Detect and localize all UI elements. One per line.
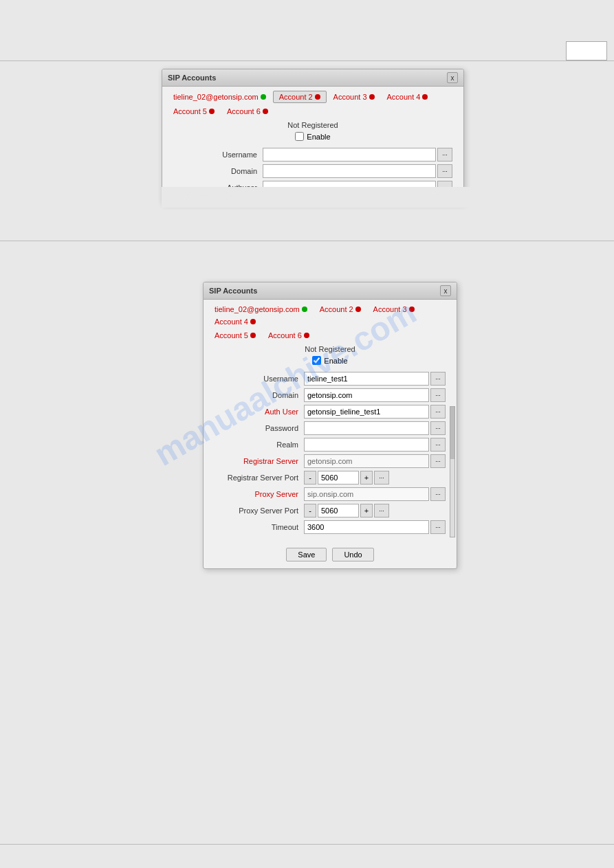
dialog2-realm-label: Realm bbox=[215, 441, 304, 449]
dialog1-domain-input[interactable] bbox=[263, 164, 436, 178]
dialog2-domain-row: Domain ··· bbox=[215, 388, 446, 402]
dialog1: SIP Accounts x tieline_02@getonsip.com A… bbox=[162, 69, 464, 203]
dialog2-registrar-port-minus[interactable]: - bbox=[304, 471, 316, 485]
dialog2-username-input[interactable] bbox=[304, 372, 429, 386]
dialog2-proxy-server-browse[interactable]: ··· bbox=[430, 487, 446, 501]
dialog2-realm-input[interactable] bbox=[304, 438, 429, 452]
dialog2-tab-account2[interactable]: Account 2 bbox=[314, 304, 366, 315]
dialog2-timeout-row: Timeout ··· bbox=[215, 520, 446, 534]
dialog2-registrar-port-row: Registrar Server Port - + ··· bbox=[215, 471, 446, 485]
dialog2-registrar-port-controls: - + bbox=[304, 471, 373, 485]
dialog2-realm-row: Realm ··· bbox=[215, 438, 446, 452]
dialog1-tab-account4-label: Account 4 bbox=[387, 93, 421, 101]
dialog1-tab-account5[interactable]: Account 5 bbox=[168, 106, 220, 117]
dialog2-password-label: Password bbox=[215, 424, 304, 432]
dialog1-tab-account6[interactable]: Account 6 bbox=[221, 106, 274, 117]
dialog2-tab-account3[interactable]: Account 3 bbox=[368, 304, 420, 315]
dialog2-authuser-input[interactable] bbox=[304, 405, 429, 419]
dialog2-tab-account2-dot bbox=[355, 307, 361, 312]
dialog2-username-browse[interactable]: ··· bbox=[430, 372, 446, 386]
dialog2-domain-input[interactable] bbox=[304, 388, 429, 402]
dialog2-password-browse[interactable]: ··· bbox=[430, 421, 446, 435]
dialog1-titlebar: SIP Accounts x bbox=[162, 69, 463, 87]
dialog1-tab-tieline-label: tieline_02@getonsip.com bbox=[173, 93, 259, 101]
dialog2-enable-checkbox[interactable] bbox=[312, 356, 321, 365]
dialog2-registrar-port-browse[interactable]: ··· bbox=[374, 471, 389, 485]
dialog1-title: SIP Accounts bbox=[168, 74, 216, 82]
dialog2-proxy-port-label: Proxy Server Port bbox=[215, 507, 304, 515]
dialog1-tab-account3-dot bbox=[369, 94, 375, 100]
dialog2-tab-account4-label: Account 4 bbox=[215, 318, 248, 326]
dialog1-tab-account5-dot bbox=[209, 109, 215, 114]
dialog2-tab-account4[interactable]: Account 4 bbox=[209, 316, 261, 327]
dialog2-tab-account4-dot bbox=[250, 319, 256, 324]
dialog2-authuser-row: Auth User ··· bbox=[215, 405, 446, 419]
dialog2-tab-tieline[interactable]: tieline_02@getonsip.com bbox=[209, 304, 313, 315]
dialog1-username-browse[interactable]: ··· bbox=[437, 148, 452, 162]
dialog1-status-text: Not Registered bbox=[287, 121, 338, 129]
dialog2-tab-account5-label: Account 5 bbox=[215, 331, 248, 340]
dialog2-tab-account3-label: Account 3 bbox=[373, 305, 407, 313]
dialog1-tab-account6-label: Account 6 bbox=[227, 107, 261, 115]
dialog1-tab-account2-label: Account 2 bbox=[279, 93, 313, 101]
dialog1-username-input[interactable] bbox=[263, 148, 436, 162]
dialog2-scrollbar[interactable] bbox=[450, 406, 455, 537]
dialog2-registrar-server-browse[interactable]: ··· bbox=[430, 454, 446, 468]
dialog1-enable-checkbox[interactable] bbox=[295, 132, 304, 141]
dialog2-form: Username ··· Domain ··· Auth User ··· Pa… bbox=[204, 369, 457, 542]
dialog2-proxy-server-input[interactable] bbox=[304, 487, 429, 501]
dialog2-registrar-server-label: Registrar Server bbox=[215, 457, 304, 465]
dialog2-tab-account5[interactable]: Account 5 bbox=[209, 330, 261, 341]
dialog2-timeout-input[interactable] bbox=[304, 520, 429, 534]
bottom-divider bbox=[0, 844, 614, 845]
dialog2-tab-tieline-dot bbox=[302, 307, 307, 312]
dialog2-proxy-port-plus[interactable]: + bbox=[360, 504, 373, 518]
dialog1-domain-label: Domain bbox=[173, 167, 263, 175]
dialog1-domain-row: Domain ··· bbox=[173, 164, 452, 178]
dialog1-tab-account3-label: Account 3 bbox=[333, 93, 367, 101]
dialog2-tab-tieline-label: tieline_02@getonsip.com bbox=[215, 305, 300, 313]
torn-edge-svg1 bbox=[162, 187, 471, 208]
dialog2-tabs-row: tieline_02@getonsip.com Account 2 Accoun… bbox=[204, 300, 457, 341]
dialog2-proxy-port-input[interactable] bbox=[318, 504, 359, 518]
dialog2-registrar-port-input[interactable] bbox=[318, 471, 359, 485]
dialog2-password-row: Password ··· bbox=[215, 421, 446, 435]
dialog2-registrar-port-plus[interactable]: + bbox=[360, 471, 373, 485]
dialog2-undo-button[interactable]: Undo bbox=[332, 548, 373, 561]
dialog2-enable-row: Enable bbox=[204, 355, 457, 369]
dialog2-authuser-browse[interactable]: ··· bbox=[430, 405, 446, 419]
dialog2-scrollbar-thumb[interactable] bbox=[450, 407, 454, 459]
dialog2-save-button[interactable]: Save bbox=[286, 548, 327, 561]
dialog2-domain-browse[interactable]: ··· bbox=[430, 388, 446, 402]
dialog2-realm-browse[interactable]: ··· bbox=[430, 438, 446, 452]
dialog2-timeout-label: Timeout bbox=[215, 523, 304, 531]
dialog1-tab-account4[interactable]: Account 4 bbox=[382, 91, 434, 103]
top-divider bbox=[0, 60, 614, 61]
dialog2-timeout-browse[interactable]: ··· bbox=[430, 520, 446, 534]
dialog2-proxy-port-minus[interactable]: - bbox=[304, 504, 316, 518]
dialog1-enable-label: Enable bbox=[307, 133, 330, 141]
dialog2-status: Not Registered bbox=[204, 341, 457, 355]
dialog2-username-label: Username bbox=[215, 375, 304, 383]
dialog1-close-button[interactable]: x bbox=[447, 72, 458, 83]
dialog2-password-input[interactable] bbox=[304, 421, 429, 435]
dialog2-username-row: Username ··· bbox=[215, 372, 446, 386]
dialog2-tab-account5-dot bbox=[250, 333, 256, 338]
dialog2-registrar-server-input[interactable] bbox=[304, 454, 429, 468]
dialog2-proxy-port-browse[interactable]: ··· bbox=[374, 504, 389, 518]
dialog1-tab-account3[interactable]: Account 3 bbox=[328, 91, 380, 103]
dialog1-tab-account2[interactable]: Account 2 bbox=[273, 91, 327, 103]
dialog1-username-label: Username bbox=[173, 151, 263, 159]
dialog2-tab-account6[interactable]: Account 6 bbox=[263, 330, 315, 341]
dialog2-status-text: Not Registered bbox=[305, 345, 355, 353]
dialog2-close-button[interactable]: x bbox=[440, 285, 451, 296]
dialog2-proxy-server-row: Proxy Server ··· bbox=[215, 487, 446, 501]
dialog1-username-row: Username ··· bbox=[173, 148, 452, 162]
dialog1-tab-tieline[interactable]: tieline_02@getonsip.com bbox=[168, 91, 272, 103]
dialog2-tab-account6-label: Account 6 bbox=[268, 331, 302, 340]
dialog1-domain-browse[interactable]: ··· bbox=[437, 164, 452, 178]
middle-divider bbox=[0, 241, 614, 241]
dialog1-tab-account4-dot bbox=[422, 94, 428, 100]
top-right-box bbox=[566, 41, 607, 60]
torn-paper-overlay1 bbox=[162, 187, 471, 208]
